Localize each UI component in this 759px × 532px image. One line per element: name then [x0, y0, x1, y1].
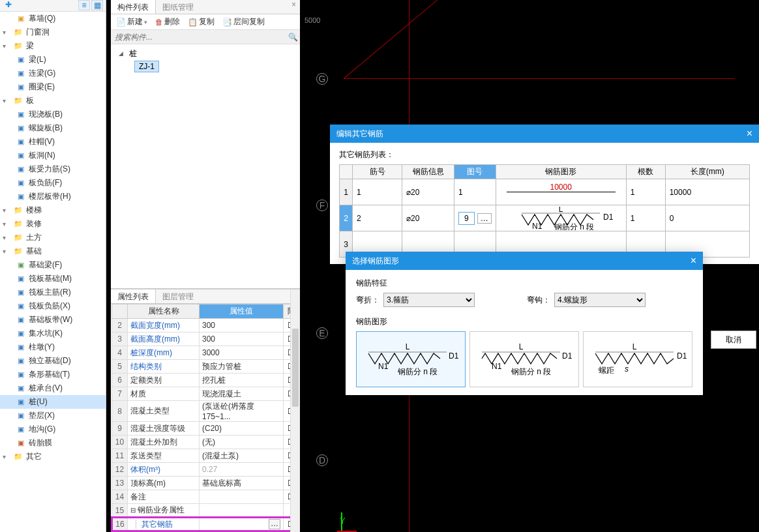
property-row[interactable]: 16其它钢筋…☐ [112, 518, 299, 531]
category-item[interactable]: ▣连梁(G) [0, 66, 106, 80]
category-item[interactable]: ▣筏板负筋(X) [0, 299, 106, 313]
category-group[interactable]: ▾📁楼梯 [0, 203, 106, 217]
col-rebar-id[interactable]: 筋号 [353, 165, 402, 179]
category-item[interactable]: ▣幕墙(Q) [0, 12, 106, 25]
category-group[interactable]: ▾📁装修 [0, 217, 106, 231]
property-row[interactable]: 8混凝土类型(泵送砼(坍落度175~1...☐ [112, 401, 299, 422]
property-row[interactable]: 12体积(m³)0.27☐ [112, 463, 299, 477]
zigzag-icon: L N1 D1 钢筋分 n 段 [472, 343, 576, 376]
tab-drawing-mgmt[interactable]: 图纸管理 [156, 0, 200, 14]
search-input[interactable] [111, 30, 286, 44]
property-row[interactable]: 3截面高度(mm)300☐ [112, 332, 299, 346]
dialog-titlebar[interactable]: 选择钢筋图形 × [346, 252, 703, 270]
select-shape-dialog: 选择钢筋图形 × 钢筋特征 弯折： 3.箍筋 弯钩： 4.螺旋形 钢筋图形 L … [346, 252, 703, 395]
delete-button[interactable]: 🗑删除 [153, 15, 183, 29]
property-row[interactable]: 14备注☐ [112, 490, 299, 504]
svg-text:D1: D1 [562, 351, 573, 361]
table-row[interactable]: 2 2 ⌀20 9… L N1 D1 钢筋分 n 段 [340, 205, 750, 231]
category-item[interactable]: ▣现浇板(B) [0, 108, 106, 121]
search-icon[interactable]: 🔍 [286, 30, 300, 44]
close-icon[interactable]: × [691, 255, 696, 267]
property-row[interactable]: 5结构类别预应力管桩☐ [112, 360, 299, 374]
close-icon[interactable]: × [288, 0, 300, 14]
plus-icon[interactable]: ✚ [3, 0, 14, 11]
category-item[interactable]: ▣筏板主筋(R) [0, 286, 106, 299]
tab-component-list[interactable]: 构件列表 [111, 0, 156, 14]
property-row[interactable]: 11泵送类型(混凝土泵)☐ [112, 449, 299, 463]
property-row[interactable]: 13顶标高(m)基础底标高☐ [112, 477, 299, 490]
list-view-icon[interactable]: ≡ [78, 0, 90, 10]
category-item[interactable]: ▣条形基础(T) [0, 368, 106, 381]
section-label: 钢筋图形 [356, 316, 692, 327]
category-item[interactable]: ▣地沟(G) [0, 422, 106, 436]
category-group[interactable]: ▾📁门窗洞 [0, 25, 106, 39]
category-group[interactable]: ▾📁基础 [0, 244, 106, 258]
category-item[interactable]: ▣板受力筋(S) [0, 162, 106, 176]
shape-card[interactable]: L N1 D1 钢筋分 n 段 [356, 331, 466, 387]
folder-icon: 📁 [13, 233, 23, 243]
hole-icon: ▣ [16, 151, 26, 160]
category-group[interactable]: ▾📁土方 [0, 231, 106, 244]
cancel-button[interactable]: 取消 [711, 331, 756, 349]
dialog-titlebar[interactable]: 编辑其它钢筋 × [330, 125, 759, 143]
hook-select[interactable]: 4.螺旋形 [554, 293, 646, 307]
category-item[interactable]: ▣柱帽(V) [0, 135, 106, 149]
category-item[interactable]: ▣柱墩(Y) [0, 340, 106, 354]
category-item[interactable]: ▣梁(L) [0, 53, 106, 66]
property-row[interactable]: 7材质现浇混凝土☐ [112, 387, 299, 401]
strip2-icon: ▣ [16, 370, 26, 379]
copy-button[interactable]: 📋复制 [185, 15, 217, 29]
col-shape-no[interactable]: 图号 [454, 165, 496, 179]
scrollbar[interactable] [290, 289, 300, 532]
category-item[interactable]: ▣垫层(X) [0, 409, 106, 422]
category-item[interactable]: ▣桩承台(V) [0, 381, 106, 395]
dialog-title: 编辑其它钢筋 [336, 128, 383, 140]
category-item[interactable]: ▣桩(U) [0, 395, 106, 409]
shape-card[interactable]: L 螺距 s D1 [583, 331, 692, 387]
category-item[interactable]: ▣独立基础(D) [0, 354, 106, 368]
tab-layer-mgmt[interactable]: 图层管理 [156, 289, 200, 303]
layer-copy-button[interactable]: 📑层间复制 [220, 15, 267, 29]
category-item[interactable]: ▣楼层板带(H) [0, 190, 106, 203]
dialog-title: 选择钢筋图形 [352, 256, 399, 267]
component-toolbar: 📄新建▾ 🗑删除 📋复制 📑层间复制 [111, 14, 300, 30]
svg-text:L: L [559, 207, 563, 214]
property-row[interactable]: 6定额类别挖孔桩☐ [112, 374, 299, 387]
category-item[interactable]: ▣基础板带(W) [0, 313, 106, 327]
svg-text:N1: N1 [532, 222, 543, 230]
category-item[interactable]: ▣螺旋板(B) [0, 121, 106, 135]
category-item[interactable]: ▣板负筋(F) [0, 176, 106, 190]
cap2-icon: ▣ [16, 384, 26, 393]
category-item[interactable]: ▣筏板基础(M) [0, 272, 106, 286]
col-shape[interactable]: 钢筋图形 [496, 165, 626, 179]
col-count[interactable]: 根数 [626, 165, 665, 179]
component-tree-item[interactable]: ZJ-1 [111, 60, 300, 73]
bend-select[interactable]: 3.箍筋 [383, 293, 475, 307]
property-row[interactable]: 15⊟ 钢筋业务属性 [112, 504, 299, 518]
table-row[interactable]: 1 1 ⌀20 1 10000 1 10000 [340, 179, 750, 205]
category-item[interactable]: ▣集水坑(K) [0, 327, 106, 340]
property-row[interactable]: 2截面宽度(mm)300☐ [112, 319, 299, 332]
new-button[interactable]: 📄新建▾ [113, 15, 150, 29]
property-row[interactable]: 9混凝土强度等级(C20)☐ [112, 422, 299, 436]
category-group[interactable]: ▾📁梁 [0, 39, 106, 53]
category-group[interactable]: ▾📁其它 [0, 450, 106, 464]
category-item[interactable]: ▣砖胎膜 [0, 436, 106, 450]
component-tree-parent[interactable]: ◢ 桩 [111, 47, 300, 60]
property-row[interactable]: 10混凝土外加剂(无)☐ [112, 436, 299, 449]
shape-card[interactable]: L N1 D1 钢筋分 n 段 [469, 331, 579, 387]
category-group[interactable]: ▾📁板 [0, 94, 106, 108]
close-icon[interactable]: × [747, 128, 752, 140]
grid-view-icon[interactable]: ▦ [91, 0, 103, 10]
bed-icon: ▣ [16, 411, 26, 421]
ellipsis-button[interactable]: … [269, 519, 280, 529]
category-item[interactable]: ▣基础梁(F) [0, 258, 106, 272]
tab-property-list[interactable]: 属性列表 [111, 289, 156, 303]
col-length[interactable]: 长度(mm) [665, 165, 749, 179]
category-item[interactable]: ▣板洞(N) [0, 149, 106, 162]
svg-text:钢筋分 n 段: 钢筋分 n 段 [554, 222, 594, 230]
ellipsis-button[interactable]: … [477, 213, 492, 224]
property-row[interactable]: 4桩深度(mm)3000☐ [112, 346, 299, 360]
col-rebar-info[interactable]: 钢筋信息 [402, 165, 454, 179]
category-item[interactable]: ▣圈梁(E) [0, 80, 106, 94]
